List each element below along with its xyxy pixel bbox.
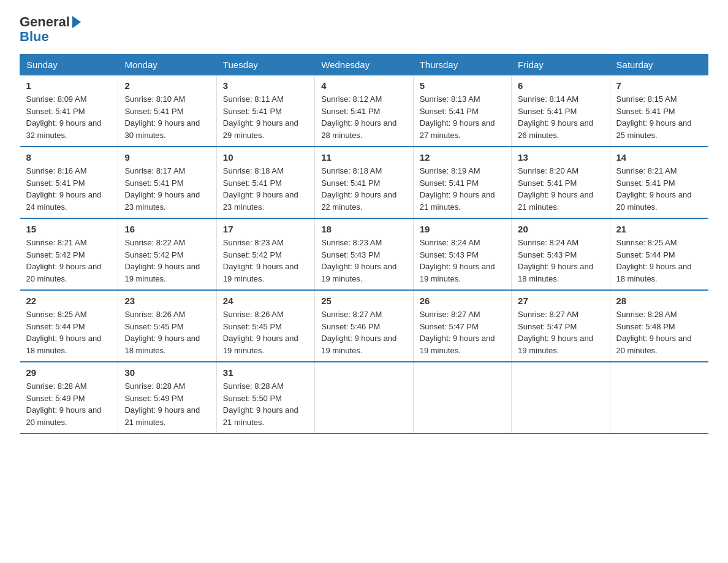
day-info: Sunrise: 8:23 AMSunset: 5:42 PMDaylight:… [223, 238, 298, 283]
calendar-cell: 19 Sunrise: 8:24 AMSunset: 5:43 PMDaylig… [413, 218, 511, 290]
day-info: Sunrise: 8:28 AMSunset: 5:48 PMDaylight:… [616, 310, 692, 355]
day-number: 1 [26, 80, 112, 91]
calendar-cell: 9 Sunrise: 8:17 AMSunset: 5:41 PMDayligh… [118, 147, 216, 218]
calendar-cell: 17 Sunrise: 8:23 AMSunset: 5:42 PMDaylig… [216, 218, 314, 290]
day-number: 26 [420, 296, 505, 306]
logo-blue-text: Blue [20, 29, 81, 44]
day-number: 14 [616, 152, 702, 163]
day-number: 30 [124, 367, 210, 378]
day-info: Sunrise: 8:28 AMSunset: 5:49 PMDaylight:… [124, 381, 200, 427]
calendar-body: 1 Sunrise: 8:09 AMSunset: 5:41 PMDayligh… [20, 75, 708, 434]
calendar-cell: 11 Sunrise: 8:18 AMSunset: 5:41 PMDaylig… [315, 147, 413, 218]
day-number: 2 [124, 80, 210, 91]
calendar-cell: 31 Sunrise: 8:28 AMSunset: 5:50 PMDaylig… [216, 362, 314, 434]
day-number: 28 [616, 296, 702, 306]
day-info: Sunrise: 8:09 AMSunset: 5:41 PMDaylight:… [26, 94, 102, 140]
day-info: Sunrise: 8:11 AMSunset: 5:41 PMDaylight:… [223, 94, 298, 140]
calendar-cell: 28 Sunrise: 8:28 AMSunset: 5:48 PMDaylig… [610, 290, 708, 362]
logo-arrow-icon [72, 16, 81, 28]
calendar-cell: 29 Sunrise: 8:28 AMSunset: 5:49 PMDaylig… [20, 362, 118, 434]
day-number: 19 [420, 224, 505, 234]
calendar-cell [413, 362, 511, 434]
day-number: 20 [518, 224, 603, 234]
day-number: 24 [223, 296, 308, 306]
calendar-cell: 18 Sunrise: 8:23 AMSunset: 5:43 PMDaylig… [315, 218, 413, 290]
calendar-cell: 24 Sunrise: 8:26 AMSunset: 5:45 PMDaylig… [216, 290, 314, 362]
calendar-cell: 2 Sunrise: 8:10 AMSunset: 5:41 PMDayligh… [118, 75, 216, 147]
day-info: Sunrise: 8:20 AMSunset: 5:41 PMDaylight:… [518, 166, 593, 212]
day-number: 10 [223, 152, 308, 163]
calendar-cell: 23 Sunrise: 8:26 AMSunset: 5:45 PMDaylig… [118, 290, 216, 362]
calendar-cell: 14 Sunrise: 8:21 AMSunset: 5:41 PMDaylig… [610, 147, 708, 218]
calendar-cell [512, 362, 610, 434]
calendar-week-row: 29 Sunrise: 8:28 AMSunset: 5:49 PMDaylig… [20, 362, 708, 434]
day-info: Sunrise: 8:12 AMSunset: 5:41 PMDaylight:… [321, 94, 396, 140]
calendar-cell [315, 362, 413, 434]
day-number: 13 [518, 152, 603, 163]
day-number: 6 [518, 80, 603, 91]
calendar-cell: 15 Sunrise: 8:21 AMSunset: 5:42 PMDaylig… [20, 218, 118, 290]
calendar-week-row: 8 Sunrise: 8:16 AMSunset: 5:41 PMDayligh… [20, 147, 708, 218]
calendar-cell: 22 Sunrise: 8:25 AMSunset: 5:44 PMDaylig… [20, 290, 118, 362]
weekday-header-thursday: Thursday [413, 55, 511, 75]
calendar-cell: 25 Sunrise: 8:27 AMSunset: 5:46 PMDaylig… [315, 290, 413, 362]
calendar-week-row: 15 Sunrise: 8:21 AMSunset: 5:42 PMDaylig… [20, 218, 708, 290]
day-info: Sunrise: 8:28 AMSunset: 5:49 PMDaylight:… [26, 381, 102, 427]
day-info: Sunrise: 8:22 AMSunset: 5:42 PMDaylight:… [124, 238, 200, 283]
calendar-header: SundayMondayTuesdayWednesdayThursdayFrid… [20, 55, 708, 75]
day-number: 8 [26, 152, 112, 163]
day-info: Sunrise: 8:26 AMSunset: 5:45 PMDaylight:… [223, 310, 298, 355]
page-header: General Blue [20, 15, 708, 44]
day-number: 11 [321, 152, 406, 163]
day-info: Sunrise: 8:18 AMSunset: 5:41 PMDaylight:… [223, 166, 298, 212]
day-info: Sunrise: 8:15 AMSunset: 5:41 PMDaylight:… [616, 94, 692, 140]
day-info: Sunrise: 8:23 AMSunset: 5:43 PMDaylight:… [321, 238, 396, 283]
logo: General Blue [20, 15, 81, 44]
day-info: Sunrise: 8:28 AMSunset: 5:50 PMDaylight:… [223, 381, 298, 427]
day-number: 27 [518, 296, 603, 306]
day-number: 5 [420, 80, 505, 91]
day-info: Sunrise: 8:27 AMSunset: 5:46 PMDaylight:… [321, 310, 396, 355]
day-info: Sunrise: 8:25 AMSunset: 5:44 PMDaylight:… [26, 310, 102, 355]
weekday-header-row: SundayMondayTuesdayWednesdayThursdayFrid… [20, 55, 708, 75]
calendar-cell [610, 362, 708, 434]
day-number: 17 [223, 224, 308, 234]
day-number: 25 [321, 296, 406, 306]
calendar-cell: 1 Sunrise: 8:09 AMSunset: 5:41 PMDayligh… [20, 75, 118, 147]
calendar-week-row: 1 Sunrise: 8:09 AMSunset: 5:41 PMDayligh… [20, 75, 708, 147]
calendar-cell: 10 Sunrise: 8:18 AMSunset: 5:41 PMDaylig… [216, 147, 314, 218]
day-number: 9 [124, 152, 210, 163]
day-number: 23 [124, 296, 210, 306]
day-info: Sunrise: 8:19 AMSunset: 5:41 PMDaylight:… [420, 166, 495, 212]
calendar-cell: 8 Sunrise: 8:16 AMSunset: 5:41 PMDayligh… [20, 147, 118, 218]
day-number: 29 [26, 367, 112, 378]
day-number: 4 [321, 80, 406, 91]
calendar-cell: 6 Sunrise: 8:14 AMSunset: 5:41 PMDayligh… [512, 75, 610, 147]
day-number: 7 [616, 80, 702, 91]
day-number: 21 [616, 224, 702, 234]
weekday-header-sunday: Sunday [20, 55, 118, 75]
calendar-cell: 16 Sunrise: 8:22 AMSunset: 5:42 PMDaylig… [118, 218, 216, 290]
day-info: Sunrise: 8:13 AMSunset: 5:41 PMDaylight:… [420, 94, 495, 140]
calendar-cell: 4 Sunrise: 8:12 AMSunset: 5:41 PMDayligh… [315, 75, 413, 147]
day-info: Sunrise: 8:18 AMSunset: 5:41 PMDaylight:… [321, 166, 396, 212]
calendar-cell: 5 Sunrise: 8:13 AMSunset: 5:41 PMDayligh… [413, 75, 511, 147]
calendar-cell: 27 Sunrise: 8:27 AMSunset: 5:47 PMDaylig… [512, 290, 610, 362]
calendar-cell: 13 Sunrise: 8:20 AMSunset: 5:41 PMDaylig… [512, 147, 610, 218]
weekday-header-friday: Friday [512, 55, 610, 75]
weekday-header-wednesday: Wednesday [315, 55, 413, 75]
calendar-cell: 12 Sunrise: 8:19 AMSunset: 5:41 PMDaylig… [413, 147, 511, 218]
day-number: 31 [223, 367, 308, 378]
day-info: Sunrise: 8:10 AMSunset: 5:41 PMDaylight:… [124, 94, 200, 140]
day-info: Sunrise: 8:16 AMSunset: 5:41 PMDaylight:… [26, 166, 102, 212]
day-info: Sunrise: 8:25 AMSunset: 5:44 PMDaylight:… [616, 238, 692, 283]
day-info: Sunrise: 8:14 AMSunset: 5:41 PMDaylight:… [518, 94, 593, 140]
calendar-cell: 7 Sunrise: 8:15 AMSunset: 5:41 PMDayligh… [610, 75, 708, 147]
calendar-table: SundayMondayTuesdayWednesdayThursdayFrid… [20, 54, 708, 434]
day-info: Sunrise: 8:21 AMSunset: 5:41 PMDaylight:… [616, 166, 692, 212]
weekday-header-monday: Monday [118, 55, 216, 75]
logo-general-text: General [20, 15, 70, 29]
day-number: 12 [420, 152, 505, 163]
calendar-cell: 26 Sunrise: 8:27 AMSunset: 5:47 PMDaylig… [413, 290, 511, 362]
calendar-cell: 21 Sunrise: 8:25 AMSunset: 5:44 PMDaylig… [610, 218, 708, 290]
